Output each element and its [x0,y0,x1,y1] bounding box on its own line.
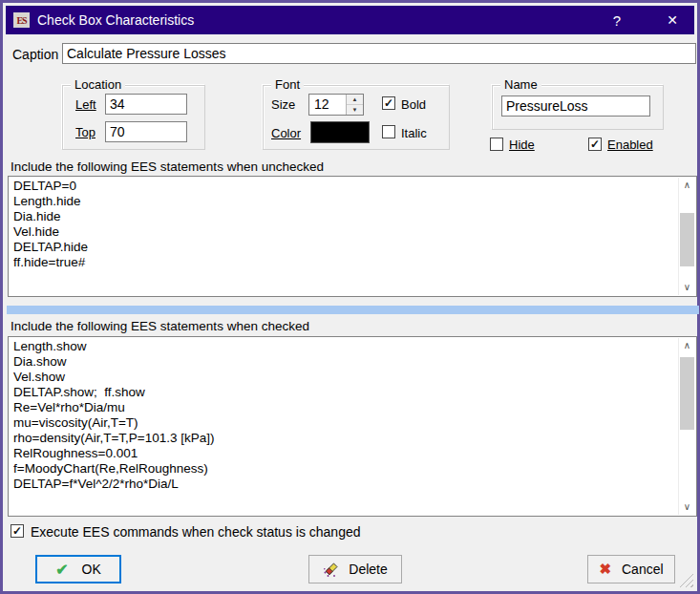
enabled-checkbox[interactable]: ✓ [588,138,602,151]
size-label: Size [271,97,295,112]
resize-grip[interactable] [679,573,693,587]
hide-checkbox[interactable] [490,138,503,151]
ok-button-label: OK [82,562,101,577]
checked-statements-text[interactable]: Length.show Dia.show Vel.show DELTAP.sho… [13,339,677,514]
caption-input[interactable] [62,43,696,64]
checkbox-characteristics-dialog: ES Check Box Characteristics ? ✕ Caption… [0,0,700,594]
bold-checkbox[interactable]: ✓ [382,96,395,110]
checked-scrollbar[interactable]: ∧ ∨ [678,338,695,515]
location-group-legend: Location [71,77,125,92]
enabled-label[interactable]: Enabled [607,138,653,152]
italic-checkbox[interactable] [382,125,395,138]
left-label: Left [75,97,96,112]
green-check-icon: ✔ [55,561,68,579]
cancel-button[interactable]: ✖ Cancel [587,555,675,583]
spin-up-button[interactable]: ▲ [347,95,363,105]
titlebar: ES Check Box Characteristics ? ✕ [6,6,694,34]
left-input[interactable] [105,94,187,115]
ok-button[interactable]: ✔ OK [35,555,121,583]
spinner-arrows: ▲ ▼ [346,95,363,115]
font-color-swatch[interactable] [310,121,370,143]
font-size-spinner[interactable]: 12 ▲ ▼ [308,94,364,116]
top-input[interactable] [105,121,187,142]
unchecked-scrollbar[interactable]: ∧ ∨ [678,178,695,295]
cancel-button-label: Cancel [622,562,664,577]
name-input[interactable] [501,95,650,117]
close-button[interactable]: ✕ [650,6,694,34]
scroll-up-icon[interactable]: ∧ [679,178,695,193]
italic-label[interactable]: Italic [401,126,427,140]
execute-commands-checkbox[interactable]: ✓ [11,524,24,538]
delete-button-label: Delete [349,562,387,577]
scroll-down-icon[interactable]: ∨ [679,280,695,295]
font-group-legend: Font [271,77,304,92]
unchecked-statements-area[interactable]: DELTAP=0 Length.hide Dia.hide Vel.hide D… [8,176,697,297]
scroll-down-icon[interactable]: ∨ [679,499,695,515]
spin-down-button[interactable]: ▼ [347,105,363,115]
eraser-icon [323,561,340,578]
caption-label: Caption [12,47,58,62]
delete-button[interactable]: Delete [308,555,402,583]
top-label: Top [75,125,95,139]
help-button[interactable]: ? [595,6,639,34]
unchecked-statements-label: Include the following EES statements whe… [11,159,324,174]
bold-label[interactable]: Bold [401,97,426,112]
execute-commands-label[interactable]: Execute EES commands when check status i… [31,524,361,540]
scrollbar-thumb[interactable] [680,357,694,430]
section-separator [7,306,699,314]
checked-statements-label: Include the following EES statements whe… [11,319,309,333]
scroll-up-icon[interactable]: ∧ [679,338,695,353]
hide-label[interactable]: Hide [509,138,535,152]
color-label: Color [271,126,301,140]
window-title: Check Box Characteristics [37,12,194,28]
ees-app-icon: ES [13,12,30,28]
font-size-value: 12 [309,95,346,115]
red-x-icon: ✖ [599,561,611,578]
name-group-legend: Name [500,77,541,92]
unchecked-statements-text[interactable]: DELTAP=0 Length.hide Dia.hide Vel.hide D… [13,179,677,294]
scrollbar-thumb[interactable] [680,213,694,266]
checked-statements-area[interactable]: Length.show Dia.show Vel.show DELTAP.sho… [8,336,697,517]
